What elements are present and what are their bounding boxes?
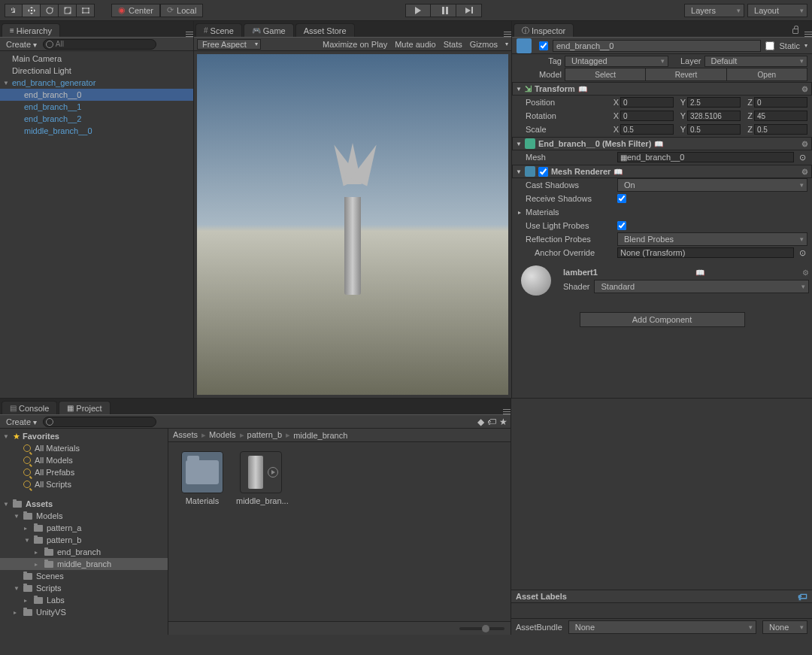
light-probes-checkbox[interactable] [617, 221, 626, 230]
hierarchy-item[interactable]: end_branch__1 [0, 101, 193, 113]
step-button[interactable] [456, 4, 482, 17]
center-menu-icon[interactable] [504, 32, 511, 37]
project-tab[interactable]: ▦ Project [59, 401, 110, 414]
stats-toggle[interactable]: Stats [444, 40, 462, 49]
filter-icon[interactable]: 🏷 [487, 417, 496, 427]
model-revert-button[interactable]: Revert [646, 68, 726, 81]
project-menu-icon[interactable] [503, 409, 511, 414]
mesh-filter-header[interactable]: ▼ End_branch__0 (Mesh Filter) 📖 ⚙ [512, 137, 812, 150]
gameobject-active-checkbox[interactable] [539, 41, 548, 50]
hierarchy-item[interactable]: Directional Light [0, 65, 193, 77]
project-tree-item[interactable]: ▸middle_branch [0, 558, 168, 570]
hierarchy-item[interactable]: end_branch__0 [0, 89, 193, 101]
receive-shadows-checkbox[interactable] [617, 194, 626, 203]
project-tree-item[interactable]: ▸UnityVS [0, 606, 168, 618]
breadcrumb-item[interactable]: Assets [173, 430, 206, 440]
gear-icon[interactable]: ⚙ [802, 268, 809, 277]
move-tool[interactable] [23, 4, 41, 17]
hand-tool[interactable] [5, 4, 23, 17]
transform-component-header[interactable]: ▼⇲ Transform 📖 ⚙ [512, 82, 812, 96]
scale-y-input[interactable] [687, 124, 741, 135]
hierarchy-item[interactable]: Main Camera [0, 53, 193, 65]
gear-icon[interactable]: ⚙ [801, 85, 808, 93]
rotate-tool[interactable] [41, 4, 59, 17]
scale-tool[interactable] [59, 4, 77, 17]
materials-foldout[interactable]: Materials [524, 208, 807, 217]
play-button[interactable] [405, 4, 431, 17]
add-component-button[interactable]: Add Component [580, 312, 745, 327]
hierarchy-item[interactable]: end_branch__2 [0, 113, 193, 125]
project-create[interactable]: Create ▾ [3, 417, 40, 426]
breadcrumb-item[interactable]: pattern_b [247, 430, 291, 440]
scene-tab[interactable]: # Scene [195, 23, 242, 37]
reflection-dropdown[interactable]: Blend Probes [617, 232, 807, 246]
rect-tool[interactable] [77, 4, 95, 17]
thumbnail-size-slider[interactable] [459, 627, 504, 630]
project-tree-item[interactable]: ▼Scripts [0, 582, 168, 594]
hierarchy-create[interactable]: Create ▾ [3, 40, 40, 49]
help-icon[interactable]: 📖 [654, 140, 663, 148]
asset-item[interactable]: Materials [177, 451, 227, 505]
project-tree-item[interactable]: ▼Models [0, 510, 168, 522]
scale-z-input[interactable] [754, 124, 807, 135]
layout-dropdown[interactable]: Layout [747, 4, 807, 17]
rotation-y-input[interactable] [687, 111, 741, 121]
breadcrumb-item[interactable]: middle_branch [293, 431, 349, 440]
hierarchy-tab[interactable]: ≡ Hierarchy [2, 23, 60, 37]
project-tree-item[interactable]: ▸pattern_a [0, 522, 168, 534]
project-tree-item[interactable]: ▼★ Favorites [0, 430, 168, 442]
pivot-center-toggle[interactable]: ◉Center [111, 4, 160, 17]
gizmos-toggle[interactable]: Gizmos [470, 40, 498, 49]
asset-store-tab[interactable]: Asset Store [295, 23, 355, 37]
cast-shadows-dropdown[interactable]: On [617, 178, 807, 192]
project-tree-item[interactable]: All Prefabs [0, 466, 168, 478]
pivot-local-toggle[interactable]: ⟳Local [160, 4, 203, 17]
mute-toggle[interactable]: Mute audio [395, 40, 435, 49]
gear-icon[interactable]: ⚙ [801, 168, 808, 176]
position-z-input[interactable] [754, 97, 807, 108]
position-x-input[interactable] [620, 97, 674, 108]
hierarchy-item[interactable]: ▼end_branch_generator [0, 77, 193, 89]
object-picker-icon[interactable]: ⊙ [797, 248, 807, 258]
project-tree-item[interactable]: ▼pattern_b [0, 534, 168, 546]
gameobject-name-input[interactable] [553, 40, 761, 52]
project-tree-item[interactable]: ▸Labs [0, 594, 168, 606]
project-tree-item[interactable]: ▼Assets [0, 498, 168, 510]
project-tree-item[interactable]: All Materials [0, 442, 168, 454]
shader-dropdown[interactable]: Standard [594, 280, 809, 293]
inspector-menu-icon[interactable] [804, 32, 812, 37]
hierarchy-menu-icon[interactable] [186, 32, 193, 37]
hierarchy-item[interactable]: middle_branch__0 [0, 125, 193, 137]
inspector-tab[interactable]: ⓘ Inspector [514, 23, 574, 37]
lock-icon[interactable] [792, 29, 798, 34]
model-select-button[interactable]: Select [565, 68, 646, 81]
help-icon[interactable]: 📖 [614, 168, 623, 176]
asset-bundle-dropdown[interactable]: None [568, 620, 756, 634]
asset-item[interactable]: middle_bran... [236, 451, 286, 505]
pause-button[interactable] [431, 4, 456, 17]
position-y-input[interactable] [687, 97, 741, 108]
console-tab[interactable]: ▤ Console [2, 401, 57, 414]
mesh-field[interactable]: ▦ end_branch__0 [617, 152, 794, 162]
layers-dropdown[interactable]: Layers [684, 4, 744, 17]
filter-icon[interactable]: ◆ [477, 417, 484, 427]
scale-x-input[interactable] [620, 124, 674, 135]
project-tree-item[interactable]: All Scripts [0, 478, 168, 490]
model-open-button[interactable]: Open [727, 68, 807, 81]
tag-dropdown[interactable]: Untagged [565, 56, 668, 67]
project-search-input[interactable] [43, 417, 156, 427]
static-checkbox[interactable] [765, 41, 774, 50]
rotation-z-input[interactable] [754, 111, 807, 121]
mesh-renderer-enabled[interactable] [538, 167, 548, 177]
tag-icon[interactable]: 🏷 [798, 591, 807, 602]
help-icon[interactable]: 📖 [578, 85, 587, 93]
project-tree-item[interactable]: Scenes [0, 570, 168, 582]
hierarchy-search-input[interactable] [43, 39, 156, 50]
layer-dropdown[interactable]: Default [704, 56, 808, 67]
help-icon[interactable]: 📖 [695, 268, 704, 277]
project-tree-item[interactable]: ▸end_branch [0, 546, 168, 558]
asset-bundle-variant-dropdown[interactable]: None [762, 620, 807, 634]
filter-icon[interactable]: ★ [499, 417, 508, 427]
rotation-x-input[interactable] [620, 111, 674, 121]
mesh-renderer-header[interactable]: ▼ Mesh Renderer 📖 ⚙ [512, 165, 812, 178]
